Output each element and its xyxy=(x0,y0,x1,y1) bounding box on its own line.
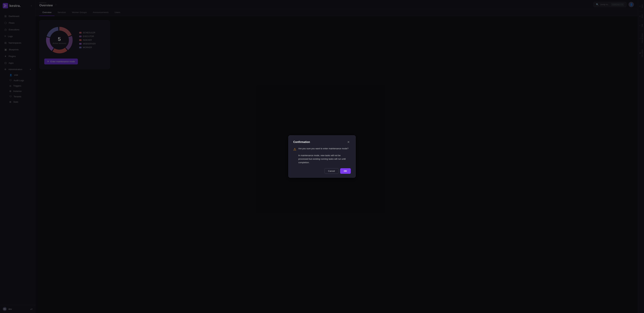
warning-icon: ⚠ xyxy=(293,147,296,164)
modal-question: Are you sure you want to enter maintenan… xyxy=(298,147,348,150)
modal-footer: Cancel OK xyxy=(293,168,351,174)
confirmation-modal: Confirmation ✕ ⚠ Are you sure you want t… xyxy=(288,135,356,178)
modal-overlay[interactable]: Confirmation ✕ ⚠ Are you sure you want t… xyxy=(0,0,644,313)
modal-title: Confirmation xyxy=(293,141,310,144)
cancel-button[interactable]: Cancel xyxy=(324,168,338,174)
modal-close-button[interactable]: ✕ xyxy=(346,140,351,144)
modal-body: ⚠ Are you sure you want to enter mainten… xyxy=(293,147,351,164)
modal-header: Confirmation ✕ xyxy=(293,140,351,144)
modal-description: In maintenance mode, new tasks will not … xyxy=(298,154,346,164)
ok-button[interactable]: OK xyxy=(340,168,351,174)
modal-message: Are you sure you want to enter maintenan… xyxy=(298,147,351,164)
